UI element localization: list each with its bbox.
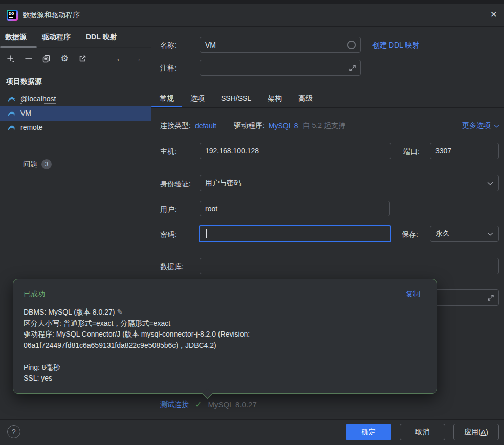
popup-line-case: 区分大小写: 普通形式=exact，分隔形式=exact — [24, 318, 427, 329]
forward-arrow-icon: → — [133, 54, 142, 64]
expand-icon[interactable] — [487, 294, 494, 301]
chevron-down-icon — [487, 232, 493, 236]
pencil-icon[interactable]: ✎ — [117, 308, 123, 316]
dialog-title: 数据源和驱动程序 — [23, 11, 80, 20]
text-caret — [206, 229, 207, 238]
auth-select[interactable]: 用户与密码 — [200, 175, 499, 191]
datagrip-logo-icon: DG — [7, 10, 18, 21]
name-status-spinner-icon — [347, 41, 356, 49]
more-options-label: 更多选项 — [462, 121, 491, 130]
chevron-down-icon — [494, 124, 499, 128]
popup-blank-line — [24, 351, 427, 362]
popup-line-revision: 06a1f724497fd81c6a659131fda822c9e5085b6c… — [24, 340, 427, 351]
expand-icon[interactable] — [349, 64, 356, 72]
port-input[interactable] — [430, 143, 499, 159]
password-label: 密码: — [160, 230, 177, 239]
popup-line-dbms: DBMS: MySQL (版本 8.0.27)✎ — [24, 307, 427, 318]
mysql-icon — [7, 109, 15, 118]
close-icon[interactable]: ✕ — [490, 9, 497, 20]
tab-data-sources[interactable]: 数据源 — [5, 33, 27, 42]
problems-count-badge: 3 — [41, 159, 52, 169]
check-icon: ✓ — [195, 399, 202, 409]
sidebar-separator — [0, 146, 151, 146]
duplicate-icon[interactable] — [42, 54, 51, 63]
tab-advanced[interactable]: 高级 — [290, 90, 321, 107]
chevron-down-icon — [487, 182, 493, 185]
project-data-sources-title: 项目数据源 — [6, 77, 42, 86]
save-label: 保存: — [402, 230, 418, 239]
save-value: 永久 — [435, 229, 450, 238]
data-source-name: @localhost — [20, 95, 56, 104]
remove-data-source-icon[interactable] — [24, 54, 33, 63]
copy-link[interactable]: 复制 — [406, 290, 420, 299]
comment-field-wrap — [200, 60, 361, 76]
password-field-wrap — [199, 225, 391, 242]
test-connection-link[interactable]: 测试连接 — [160, 400, 189, 409]
problems-link[interactable]: 问题 3 — [23, 159, 52, 169]
help-icon[interactable]: ? — [7, 425, 20, 438]
popup-status: 已成功 — [24, 290, 45, 299]
save-select[interactable]: 永久 — [430, 226, 499, 242]
auth-label: 身份验证: — [160, 180, 191, 189]
host-input[interactable] — [200, 143, 391, 159]
connection-success-popup: 已成功 复制 DBMS: MySQL (版本 8.0.27)✎ 区分大小写: 普… — [13, 279, 437, 394]
password-input[interactable] — [200, 230, 390, 238]
back-arrow-icon[interactable]: ← — [116, 54, 124, 64]
add-data-source-icon[interactable] — [6, 54, 15, 63]
database-input[interactable] — [200, 258, 499, 274]
problems-label: 问题 — [23, 160, 37, 169]
popup-body: DBMS: MySQL (版本 8.0.27)✎ 区分大小写: 普通形式=exa… — [24, 307, 427, 384]
tab-schemas[interactable]: 架构 — [259, 90, 290, 107]
list-item-vm[interactable]: VM — [0, 106, 151, 121]
port-label: 端口: — [403, 147, 420, 157]
tab-ddl-mappings[interactable]: DDL 映射 — [86, 33, 117, 42]
connection-type-value-link[interactable]: default — [195, 122, 216, 130]
name-label: 名称: — [160, 41, 177, 50]
settings-tabs: 常规 选项 SSH/SSL 架构 高级 — [151, 90, 504, 108]
test-connection-row: 测试连接 ✓ MySQL 8.0.27 — [160, 399, 257, 409]
user-label: 用户: — [160, 205, 177, 214]
driver-note: 自 5.2 起支持 — [303, 121, 345, 130]
mysql-icon — [7, 124, 15, 132]
list-item-remote[interactable]: remote — [0, 121, 151, 135]
name-field-wrap — [200, 37, 361, 53]
datagrip-logo-bar — [9, 17, 13, 18]
sidebar-active-tab-underline — [0, 46, 37, 48]
apply-button[interactable]: 应用(A) — [453, 424, 499, 440]
mysql-icon — [7, 95, 15, 103]
database-label: 数据库: — [160, 262, 184, 272]
popup-line-ping: Ping: 8毫秒 — [24, 362, 427, 373]
tab-ssh-ssl[interactable]: SSH/SSL — [213, 90, 259, 107]
host-label: 主机: — [160, 147, 177, 157]
list-item-localhost[interactable]: @localhost — [0, 92, 151, 106]
ok-button[interactable]: 确定 — [346, 424, 391, 440]
create-ddl-mapping-link[interactable]: 创建 DDL 映射 — [372, 41, 419, 50]
open-in-new-icon[interactable] — [78, 54, 87, 63]
background-ide-strip — [0, 0, 504, 4]
comment-input[interactable] — [200, 64, 349, 72]
name-input[interactable] — [200, 41, 347, 49]
connection-type-label: 连接类型: — [160, 121, 191, 130]
test-result-text: MySQL 8.0.27 — [208, 400, 256, 409]
connection-type-row: 连接类型: default 驱动程序: MySQL 8 自 5.2 起支持 — [160, 121, 498, 130]
driver-label: 驱动程序: — [234, 121, 265, 130]
gear-icon[interactable]: ⚙ — [60, 54, 69, 63]
more-options-link[interactable]: 更多选项 — [462, 121, 499, 130]
data-sources-dialog: DG 数据源和驱动程序 ✕ 数据源 驱动程序 DDL 映射 ⚙ ← → 项目数据… — [0, 0, 504, 445]
user-input[interactable] — [200, 201, 390, 216]
footer-separator — [0, 419, 504, 420]
popup-caret — [202, 388, 213, 399]
tab-drivers[interactable]: 驱动程序 — [42, 33, 71, 42]
dialog-titlebar: DG 数据源和驱动程序 ✕ — [0, 4, 504, 27]
comment-label: 注释: — [160, 64, 177, 73]
driver-value-link[interactable]: MySQL 8 — [269, 122, 298, 130]
tab-options[interactable]: 选项 — [182, 90, 213, 107]
auth-value: 用户与密码 — [205, 179, 241, 188]
cancel-button[interactable]: 取消 — [400, 424, 445, 440]
tab-general[interactable]: 常规 — [151, 90, 182, 107]
popup-line-driver: 驱动程序: MySQL Connector/J (版本 mysql-connec… — [24, 329, 427, 340]
sidebar-toolbar: ⚙ ← → — [0, 49, 151, 69]
data-source-name: VM — [20, 109, 31, 118]
data-source-name: remote — [20, 123, 43, 132]
sidebar-tabs: 数据源 驱动程序 DDL 映射 — [0, 27, 151, 48]
